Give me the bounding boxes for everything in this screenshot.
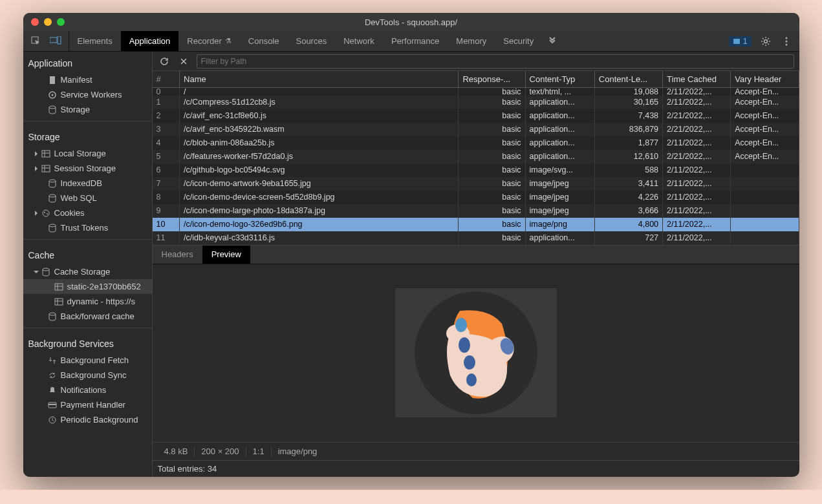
svg-point-7	[785, 43, 787, 45]
subtab-headers[interactable]: Headers	[153, 246, 202, 264]
sidebar-periodic[interactable]: Periodic Background	[23, 412, 152, 427]
sidebar-bfcache[interactable]: Back/forward cache	[23, 309, 152, 324]
table-row[interactable]: 7/c/icon-demo-artwork-9eba1655.jpgbasici…	[153, 177, 799, 191]
col-header[interactable]: Response-...	[459, 71, 525, 88]
svg-rect-1	[50, 37, 57, 43]
sidebar-local-storage[interactable]: Local Storage	[23, 146, 152, 161]
tab-network[interactable]: Network	[335, 31, 383, 51]
svg-point-19	[49, 194, 56, 197]
sidebar-websql[interactable]: Web SQL	[23, 191, 152, 205]
preview-meta: 4.8 kB 200 × 200 1:1 image/png	[153, 442, 799, 460]
svg-point-31	[49, 313, 56, 315]
table-row[interactable]: 8/c/icon-demo-device-screen-5d52d8b9.jpg…	[153, 191, 799, 204]
svg-point-38	[455, 318, 467, 332]
svg-rect-3	[733, 39, 740, 44]
sidebar-cache-dynamic[interactable]: dynamic - https://s	[23, 294, 152, 309]
svg-point-22	[47, 213, 48, 215]
inspect-icon[interactable]	[30, 35, 43, 48]
total-entries: Total entries: 34	[153, 460, 799, 477]
preview-pane	[153, 264, 799, 443]
devtools-window: DevTools - squoosh.app/ ElementsApplicat…	[23, 13, 799, 477]
sidebar-cache-storage[interactable]: Cache Storage	[23, 264, 152, 279]
svg-point-24	[43, 268, 49, 271]
table-row[interactable]: 1/c/Compress-51d12cb8.jsbasicapplication…	[153, 96, 799, 109]
col-header[interactable]: Content-Le...	[594, 71, 662, 88]
table-row[interactable]: 6/c/github-logo-bc05494c.svgbasicimage/s…	[153, 163, 799, 177]
sidebar-service-workers[interactable]: Service Workers	[23, 87, 152, 102]
sidebar-bg-sync[interactable]: Background Sync	[23, 368, 152, 383]
svg-rect-15	[42, 165, 50, 172]
svg-rect-12	[42, 151, 50, 157]
svg-rect-2	[58, 36, 61, 44]
table-row[interactable]: 11/c/idb-keyval-c33d3116.jsbasicapplicat…	[153, 231, 799, 245]
table-row[interactable]: 10/c/icon-demo-logo-326ed9b6.pngbasicima…	[153, 218, 799, 231]
section-cache: Cache	[23, 244, 152, 264]
svg-point-4	[764, 39, 767, 43]
col-header[interactable]: Content-Typ	[525, 71, 594, 88]
kebab-icon[interactable]	[780, 35, 793, 48]
delete-icon[interactable]	[177, 55, 190, 68]
tab-recorder[interactable]: Recorder⚗	[178, 31, 239, 51]
svg-point-5	[785, 37, 787, 39]
tab-performance[interactable]: Performance	[383, 31, 448, 51]
titlebar: DevTools - squoosh.app/	[23, 13, 799, 31]
subtab-preview[interactable]: Preview	[202, 246, 250, 264]
gear-icon[interactable]	[759, 35, 772, 48]
sidebar-trust-tokens[interactable]: Trust Tokens	[23, 220, 152, 235]
table-row[interactable]: 2/c/avif_enc-31cf8e60.jsbasicapplication…	[153, 109, 799, 123]
table-row[interactable]: 4/c/blob-anim-086aa25b.jsbasicapplicatio…	[153, 136, 799, 150]
sidebar-storage[interactable]: Storage	[23, 102, 152, 117]
main-panel: #NameResponse-...Content-TypContent-Le..…	[153, 52, 799, 477]
table-row[interactable]: 9/c/icon-demo-large-photo-18da387a.jpgba…	[153, 204, 799, 218]
sidebar-bg-fetch[interactable]: Background Fetch	[23, 353, 152, 368]
sidebar-session-storage[interactable]: Session Storage	[23, 161, 152, 176]
tab-console[interactable]: Console	[240, 31, 288, 51]
svg-rect-25	[55, 284, 63, 290]
issues-chip[interactable]: 1	[729, 36, 752, 47]
cache-table: #NameResponse-...Content-TypContent-Le..…	[153, 71, 799, 245]
filter-input[interactable]	[197, 54, 794, 68]
sidebar-indexeddb[interactable]: IndexedDB	[23, 176, 152, 191]
meta-mime: image/png	[272, 446, 324, 456]
meta-ratio: 1:1	[246, 446, 272, 456]
svg-point-11	[49, 106, 56, 109]
meta-dim: 200 × 200	[195, 446, 246, 456]
section-application: Application	[23, 52, 152, 72]
issues-count: 1	[743, 37, 748, 46]
svg-point-40	[459, 337, 470, 353]
section-storage: Storage	[23, 125, 152, 146]
col-header[interactable]: Name	[180, 71, 459, 88]
device-icon[interactable]	[49, 35, 62, 48]
refresh-icon[interactable]	[158, 55, 171, 68]
more-tabs-icon[interactable]	[546, 35, 559, 48]
svg-point-21	[44, 212, 45, 213]
svg-point-44	[466, 373, 477, 386]
tab-memory[interactable]: Memory	[448, 31, 495, 51]
svg-point-23	[49, 224, 56, 227]
svg-rect-28	[55, 299, 63, 305]
sidebar: Application Manifest Service Workers Sto…	[23, 52, 153, 477]
table-row[interactable]: 5/c/features-worker-f57d2da0.jsbasicappl…	[153, 150, 799, 163]
sidebar-notifications[interactable]: Notifications	[23, 383, 152, 397]
section-bg: Background Services	[23, 332, 152, 353]
meta-size: 4.8 kB	[158, 446, 195, 456]
tab-security[interactable]: Security	[495, 31, 542, 51]
sidebar-manifest[interactable]: Manifest	[23, 72, 152, 87]
col-header[interactable]: #	[153, 71, 180, 88]
col-header[interactable]: Vary Header	[731, 71, 799, 88]
svg-rect-8	[50, 76, 55, 84]
main-toolbar: ElementsApplicationRecorder⚗ConsoleSourc…	[23, 31, 799, 52]
svg-point-42	[464, 355, 475, 370]
tab-sources[interactable]: Sources	[287, 31, 335, 51]
svg-point-20	[43, 210, 49, 216]
sidebar-payment[interactable]: Payment Handler	[23, 397, 152, 412]
sidebar-cache-static[interactable]: static-2e1370bb652	[23, 279, 152, 294]
sidebar-cookies[interactable]: Cookies	[23, 205, 152, 220]
table-row[interactable]: 0/basictext/html, ...19,0882/11/2022,...…	[153, 88, 799, 96]
col-header[interactable]: Time Cached	[663, 71, 731, 88]
tab-application[interactable]: Application	[121, 31, 179, 51]
svg-point-6	[785, 40, 787, 42]
svg-point-18	[49, 180, 56, 182]
tab-elements[interactable]: Elements	[69, 31, 121, 51]
table-row[interactable]: 3/c/avif_enc-b345922b.wasmbasicapplicati…	[153, 123, 799, 136]
